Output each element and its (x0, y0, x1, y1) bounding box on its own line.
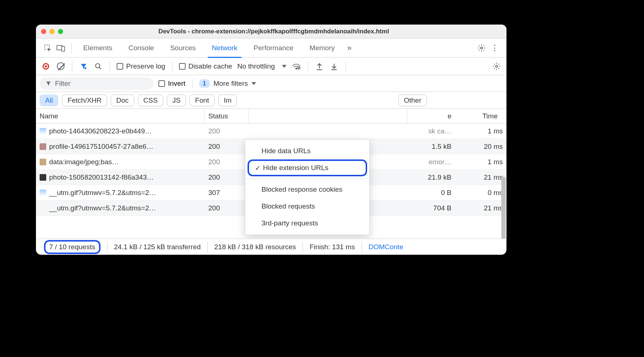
filter-input[interactable]: Filter (40, 77, 153, 90)
separator (192, 79, 193, 88)
chevron-down-icon (282, 65, 286, 68)
status-domcontent: DOMConte (362, 242, 410, 253)
separator (345, 62, 346, 71)
disable-cache-checkbox[interactable]: Disable cache (179, 62, 232, 70)
menu-3rd-party-requests[interactable]: 3rd-party requests (245, 215, 369, 232)
file-icon (40, 128, 46, 135)
svg-rect-2 (62, 46, 65, 51)
filter-bar: Filter Invert 1 More filters (36, 75, 506, 92)
search-icon[interactable] (94, 62, 103, 71)
type-font[interactable]: Font (190, 95, 215, 106)
type-all[interactable]: All (40, 95, 58, 106)
disable-cache-label: Disable cache (189, 62, 232, 70)
resource-type-bar: All Fetch/XHR Doc CSS JS Font Im Other (36, 92, 506, 109)
vertical-scrollbar[interactable] (501, 177, 506, 239)
minimize-window-button[interactable] (50, 29, 55, 34)
settings-gear-icon[interactable] (475, 41, 488, 55)
network-table-container: Name Status e Time photo-1464306208223-e… (36, 109, 506, 239)
panel-tabbar: Elements Console Sources Network Perform… (36, 38, 506, 58)
file-icon (40, 174, 46, 181)
svg-point-8 (495, 65, 498, 67)
preserve-log-label: Preserve log (126, 62, 165, 70)
menu-separator (245, 178, 369, 179)
record-button[interactable] (41, 62, 51, 71)
network-toolbar: Preserve log Disable cache No throttling (36, 58, 506, 75)
traffic-lights (41, 29, 63, 34)
inspect-icon[interactable] (41, 41, 54, 55)
throttling-select[interactable]: No throttling (237, 62, 286, 70)
table-header: Name Status e Time (36, 109, 506, 124)
upload-har-icon[interactable] (315, 62, 324, 71)
menu-hide-data-urls[interactable]: Hide data URLs (245, 143, 369, 159)
col-status[interactable]: Status (205, 109, 249, 123)
status-requests: 7 / 10 requests (42, 242, 107, 253)
kebab-menu-icon[interactable]: ⋮ (488, 41, 501, 55)
filter-toggle-icon[interactable] (79, 62, 88, 71)
svg-point-4 (85, 67, 87, 69)
panel-settings-gear-icon[interactable] (492, 62, 501, 71)
col-size[interactable]: e (407, 109, 455, 123)
more-filters-menu: Hide data URLs Hide extension URLs Block… (245, 139, 370, 235)
col-name[interactable]: Name (36, 109, 205, 123)
table-row[interactable]: photo-1464306208223-e0b449… 200 sk ca… 1… (36, 124, 506, 139)
throttling-value: No throttling (237, 62, 275, 70)
window-title: DevTools - chrome-extension://pejkokffka… (63, 28, 484, 35)
filter-placeholder: Filter (55, 80, 70, 88)
type-js[interactable]: JS (167, 95, 186, 106)
titlebar: DevTools - chrome-extension://pejkokffka… (36, 25, 506, 38)
svg-point-5 (96, 63, 100, 68)
type-doc[interactable]: Doc (111, 95, 134, 106)
status-bar: 7 / 10 requests 24.1 kB / 125 kB transfe… (36, 239, 506, 255)
type-other[interactable]: Other (398, 95, 427, 106)
maximize-window-button[interactable] (58, 29, 63, 34)
tab-console[interactable]: Console (120, 38, 162, 58)
col-time[interactable]: Time (455, 109, 506, 123)
device-toggle-icon[interactable] (54, 41, 67, 55)
menu-blocked-requests[interactable]: Blocked requests (245, 198, 369, 215)
tab-memory[interactable]: Memory (301, 38, 343, 58)
type-css[interactable]: CSS (138, 95, 163, 106)
download-har-icon[interactable] (329, 62, 339, 71)
preserve-log-checkbox[interactable]: Preserve log (117, 62, 165, 70)
separator (172, 62, 172, 71)
status-resources: 218 kB / 318 kB resources (208, 242, 303, 253)
file-icon (40, 205, 46, 211)
funnel-icon (45, 81, 51, 87)
tab-sources[interactable]: Sources (162, 38, 204, 58)
more-filters-badge: 1 (199, 79, 210, 88)
status-transferred: 24.1 kB / 125 kB transferred (107, 242, 208, 253)
type-fetch-xhr[interactable]: Fetch/XHR (62, 95, 107, 106)
file-icon (40, 159, 46, 165)
separator (110, 62, 110, 71)
status-finish: Finish: 131 ms (303, 242, 362, 253)
col-hidden (249, 109, 407, 123)
menu-hide-extension-urls[interactable]: Hide extension URLs (248, 159, 367, 176)
menu-blocked-response-cookies[interactable]: Blocked response cookies (245, 181, 369, 198)
tab-elements[interactable]: Elements (75, 38, 120, 58)
more-tabs-icon[interactable]: » (343, 41, 356, 55)
network-conditions-icon[interactable] (292, 62, 301, 71)
file-icon (40, 189, 46, 196)
more-filters-dropdown[interactable]: 1 More filters (199, 79, 256, 88)
tab-network[interactable]: Network (204, 38, 246, 58)
svg-point-6 (296, 68, 297, 69)
more-filters-label: More filters (213, 80, 248, 88)
tab-performance[interactable]: Performance (245, 38, 301, 58)
invert-label: Invert (168, 80, 186, 88)
separator (71, 43, 72, 53)
close-window-button[interactable] (41, 29, 46, 34)
svg-point-3 (480, 47, 483, 49)
invert-checkbox[interactable]: Invert (158, 80, 186, 88)
chevron-down-icon (252, 82, 256, 85)
file-icon (40, 143, 46, 150)
type-img[interactable]: Im (218, 95, 237, 106)
separator (308, 62, 308, 71)
devtools-window: DevTools - chrome-extension://pejkokffka… (36, 25, 506, 255)
separator (72, 62, 72, 71)
clear-button[interactable] (56, 62, 65, 71)
